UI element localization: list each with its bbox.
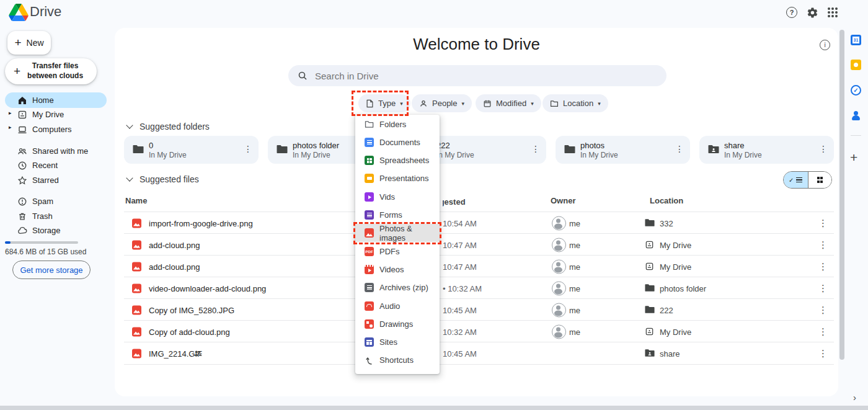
keep-icon[interactable]	[851, 60, 861, 70]
star-icon	[17, 176, 27, 185]
settings-gear-icon[interactable]	[805, 6, 819, 19]
search-bar[interactable]	[288, 65, 666, 86]
menu-item-forms[interactable]: Forms	[355, 206, 440, 224]
help-icon[interactable]: ?	[785, 6, 799, 19]
more-options-icon[interactable]: ⋮	[818, 261, 828, 272]
filter-chip-location[interactable]: Location ▾	[542, 94, 608, 112]
search-input[interactable]	[314, 70, 639, 82]
calendar-icon[interactable]: 31	[851, 35, 861, 45]
sidebar-item-shared-with-me[interactable]: Shared with me	[0, 143, 107, 159]
add-icon[interactable]: +	[850, 150, 857, 165]
more-options-icon[interactable]: ⋮	[244, 144, 252, 154]
column-header-owner[interactable]: Owner	[551, 196, 575, 205]
file-row[interactable]: add-cloud.png 10:47 AM me My Drive ⋮	[124, 255, 834, 277]
transfer-files-button[interactable]: + Transfer files between clouds	[5, 58, 97, 84]
shortcuts-icon	[365, 355, 374, 365]
file-row[interactable]: video-downloader-add-cloud.png • 10:32 A…	[124, 277, 834, 299]
chevron-down-icon	[126, 122, 133, 128]
vids-icon	[365, 192, 374, 202]
filter-chip-label: People	[432, 99, 457, 108]
check-icon: ✓	[789, 177, 794, 184]
filter-chip-people[interactable]: People ▾	[412, 94, 472, 112]
suggested-files-header[interactable]: Suggested files	[127, 174, 199, 184]
column-header-name[interactable]: Name	[125, 196, 147, 205]
vertical-scrollbar[interactable]	[839, 30, 844, 360]
file-location: My Drive	[660, 327, 691, 336]
contacts-icon[interactable]	[851, 110, 861, 121]
file-row[interactable]: Copy of add-cloud.png 10:32 AM me My Dri…	[124, 320, 834, 342]
suggested-folders-header[interactable]: Suggested folders	[127, 122, 210, 131]
sidebar-item-computers[interactable]: Computers	[0, 122, 107, 137]
file-row[interactable]: import-from-google-drive.png 10:54 AM me…	[124, 212, 834, 234]
sidebar-item-spam[interactable]: Spam	[0, 194, 107, 209]
folder-card[interactable]: photos In My Drive ⋮	[556, 136, 690, 164]
chevron-down-icon: ▾	[531, 100, 534, 107]
my-drive-icon	[645, 262, 655, 272]
menu-item-documents[interactable]: Documents	[355, 133, 440, 151]
welcome-title: Welcome to Drive	[115, 35, 838, 54]
more-options-icon[interactable]: ⋮	[818, 283, 828, 294]
view-toggle[interactable]: ✓	[783, 171, 832, 189]
menu-item-vids[interactable]: Vids	[355, 188, 440, 206]
more-options-icon[interactable]: ⋮	[818, 239, 828, 251]
sidebar-item-label: Recent	[32, 161, 58, 170]
file-row[interactable]: IMG_2214.GIF 10:45 AM share ⋮	[124, 342, 834, 365]
people-icon	[17, 146, 27, 156]
menu-item-drawings[interactable]: Drawings	[355, 315, 440, 333]
more-options-icon[interactable]: ⋮	[819, 144, 828, 154]
tasks-check-glyph: ✓	[851, 85, 861, 96]
column-header-reason[interactable]: Reason suggested	[443, 196, 480, 207]
bottom-edge-bar	[0, 406, 868, 410]
more-options-icon[interactable]: ⋮	[675, 144, 684, 154]
file-row[interactable]: add-cloud.png 10:47 AM me My Drive ⋮	[124, 233, 834, 256]
more-options-icon[interactable]: ⋮	[818, 326, 828, 337]
folder-icon	[645, 305, 655, 315]
filter-chip-type[interactable]: Type ▾	[358, 94, 410, 112]
menu-item-photos-images[interactable]: Photos & images	[355, 224, 440, 242]
menu-item-audio[interactable]: Audio	[355, 297, 440, 315]
menu-item-folders[interactable]: Folders	[355, 115, 440, 133]
menu-item-shortcuts[interactable]: Shortcuts	[355, 351, 440, 369]
apps-grid-icon[interactable]	[826, 6, 839, 19]
filter-chip-modified[interactable]: Modified ▾	[476, 94, 541, 112]
file-row[interactable]: Copy of IMG_5280.JPG 10:45 AM me 222 ⋮	[124, 298, 834, 321]
sidebar-item-trash[interactable]: Trash	[0, 208, 107, 224]
menu-item-archives[interactable]: Archives (zip)	[355, 279, 440, 296]
more-options-icon[interactable]: ⋮	[818, 348, 828, 359]
grid-view-button[interactable]	[808, 172, 832, 188]
list-view-icon	[796, 177, 802, 183]
column-header-location[interactable]: Location	[650, 196, 683, 205]
menu-item-spreadsheets[interactable]: Spreadsheets	[355, 151, 440, 169]
menu-item-sites[interactable]: Sites	[355, 333, 440, 351]
sidebar-item-recent[interactable]: Recent	[0, 158, 107, 173]
home-icon	[17, 96, 27, 105]
image-file-icon	[132, 218, 141, 228]
folder-card-name: photos folder	[293, 141, 339, 150]
sidebar-item-my-drive[interactable]: My Drive	[0, 107, 107, 122]
menu-item-label: Photos & images	[379, 224, 440, 243]
more-options-icon[interactable]: ⋮	[818, 218, 828, 229]
more-options-icon[interactable]: ⋮	[818, 305, 828, 316]
list-view-button[interactable]: ✓	[784, 172, 808, 188]
menu-item-label: Shortcuts	[379, 355, 414, 365]
audio-icon	[365, 301, 374, 311]
clock-icon	[17, 161, 27, 171]
menu-item-presentations[interactable]: Presentations	[355, 169, 440, 187]
folder-card[interactable]: 0 In My Drive ⋮	[124, 136, 259, 164]
menu-item-videos[interactable]: Videos	[355, 261, 440, 279]
menu-item-pdfs[interactable]: PDF PDFs	[355, 243, 440, 261]
file-location: photos folder	[660, 283, 706, 293]
collapse-panel-icon[interactable]: ›	[853, 392, 856, 403]
menu-item-label: Spreadsheets	[379, 156, 429, 165]
tasks-icon[interactable]: ✓	[851, 85, 861, 96]
get-more-storage-button[interactable]: Get more storage	[12, 261, 91, 279]
sidebar-item-starred[interactable]: Starred	[0, 172, 107, 188]
shared-folder-icon	[645, 349, 655, 359]
sidebar-item-storage[interactable]: Storage	[0, 223, 107, 238]
folder-card[interactable]: share In My Drive ⋮	[699, 136, 834, 164]
new-button[interactable]: + New	[7, 31, 51, 55]
search-icon	[298, 71, 308, 81]
more-options-icon[interactable]: ⋮	[531, 144, 540, 154]
sidebar-item-home[interactable]: Home	[5, 92, 107, 108]
info-icon[interactable]: i	[820, 40, 830, 50]
